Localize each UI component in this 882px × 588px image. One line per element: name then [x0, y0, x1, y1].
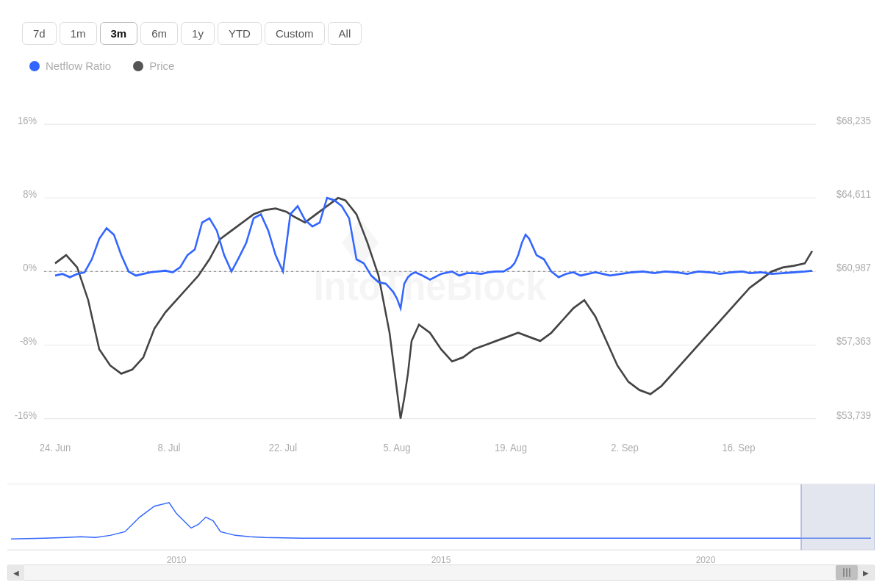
time-range-bar: 7d1m3m6m1yYTDCustomAll — [7, 15, 875, 52]
scroll-thumb[interactable] — [836, 565, 858, 580]
svg-text:$53,739: $53,739 — [836, 409, 871, 421]
main-chart: 16% 8% 0% -8% -16% $68,235 $64,611 $60,9… — [7, 79, 875, 480]
time-btn-6m[interactable]: 6m — [140, 22, 178, 45]
legend-item-price: Price — [133, 60, 174, 72]
time-btn-3m[interactable]: 3m — [100, 22, 138, 45]
time-btn-ytd[interactable]: YTD — [218, 22, 262, 45]
svg-text:2010: 2010 — [167, 555, 187, 564]
svg-text:5. Aug: 5. Aug — [384, 442, 411, 453]
legend-item-netflow: Netflow Ratio — [29, 60, 111, 72]
scrollbar: ◀ ▶ — [7, 564, 875, 581]
svg-text:2020: 2020 — [696, 555, 716, 564]
svg-text:IntoTheBlock: IntoTheBlock — [314, 263, 547, 309]
svg-text:19. Aug: 19. Aug — [495, 442, 527, 453]
scroll-left-button[interactable]: ◀ — [8, 564, 24, 581]
svg-text:-16%: -16% — [15, 409, 37, 421]
svg-text:8. Jul: 8. Jul — [157, 442, 180, 453]
svg-text:8%: 8% — [23, 189, 37, 201]
scroll-right-button[interactable]: ▶ — [858, 564, 874, 581]
chart-wrapper: 16% 8% 0% -8% -16% $68,235 $64,611 $60,9… — [7, 79, 875, 480]
svg-text:$60,987: $60,987 — [836, 262, 871, 274]
svg-rect-26 — [7, 484, 875, 550]
legend-dot-price — [133, 61, 143, 71]
time-btn-1m[interactable]: 1m — [60, 22, 97, 45]
svg-text:0%: 0% — [23, 262, 37, 274]
mini-chart-container: 2010 2015 2020 — [7, 484, 875, 564]
svg-text:-8%: -8% — [20, 336, 37, 348]
mini-chart: 2010 2015 2020 — [7, 484, 875, 564]
svg-text:$57,363: $57,363 — [836, 336, 871, 348]
main-container: 7d1m3m6m1yYTDCustomAll Netflow RatioPric… — [0, 0, 882, 588]
legend: Netflow RatioPrice — [7, 52, 875, 72]
svg-text:16. Sep: 16. Sep — [723, 442, 756, 453]
svg-text:2. Sep: 2. Sep — [611, 442, 639, 453]
legend-dot-netflow — [29, 61, 40, 71]
scroll-track — [24, 565, 858, 580]
svg-text:16%: 16% — [18, 115, 37, 127]
svg-text:2015: 2015 — [431, 555, 451, 564]
svg-text:22. Jul: 22. Jul — [269, 442, 297, 453]
legend-label-price: Price — [149, 60, 174, 72]
time-btn-custom[interactable]: Custom — [265, 22, 325, 45]
svg-text:$68,235: $68,235 — [836, 115, 871, 127]
legend-label-netflow: Netflow Ratio — [46, 60, 111, 72]
svg-text:$64,611: $64,611 — [836, 189, 871, 201]
svg-rect-31 — [801, 484, 875, 550]
svg-text:24. Jun: 24. Jun — [40, 442, 71, 453]
time-btn-1y[interactable]: 1y — [181, 22, 215, 45]
time-btn-all[interactable]: All — [328, 22, 362, 45]
time-btn-7d[interactable]: 7d — [22, 22, 57, 45]
